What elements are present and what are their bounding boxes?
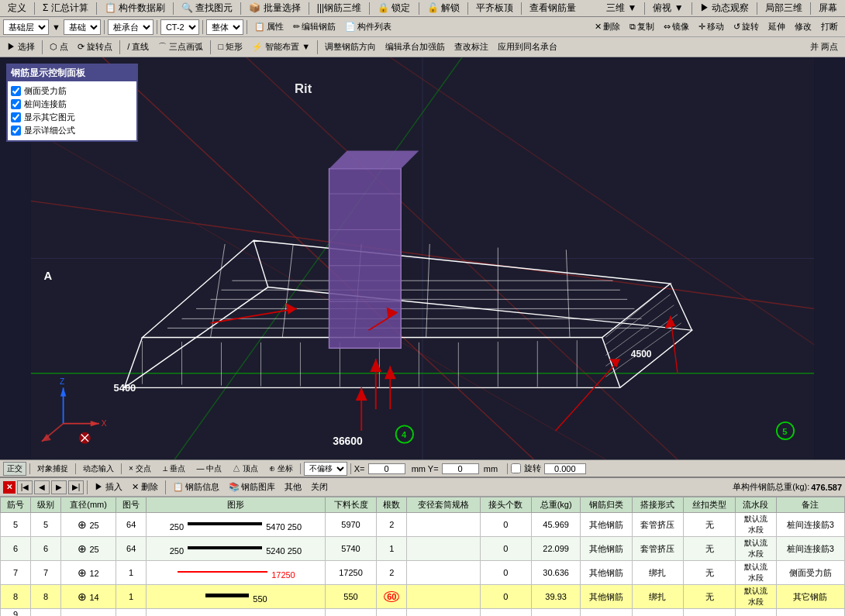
offset-select[interactable]: 不偏移: [304, 462, 347, 476]
rect-btn[interactable]: □ 矩形: [214, 39, 247, 56]
cell-flow: 默认流 水段: [735, 561, 776, 585]
col-header-category: 钢筋归类: [581, 497, 633, 513]
steel-info-btn[interactable]: 📋 钢筋信息: [169, 480, 223, 495]
next-btn[interactable]: ▶: [51, 480, 67, 494]
range-select[interactable]: 整体: [206, 19, 243, 35]
menu-define[interactable]: 定义: [3, 1, 31, 15]
svg-text:4: 4: [402, 430, 407, 439]
cell-diameter: ⊕ 14: [60, 585, 116, 609]
line-btn[interactable]: / 直线: [123, 39, 153, 56]
total-weight-label: 单构件钢筋总重(kg):: [733, 481, 809, 493]
col-header-shape: 图形: [147, 497, 326, 513]
col-header-flow: 流水段: [735, 497, 776, 513]
mirror-btn[interactable]: ⇔ 镜像: [660, 19, 693, 36]
dynamic-input-btn[interactable]: 动态输入: [79, 462, 118, 476]
delete-btn[interactable]: ✕ 删除: [591, 19, 624, 36]
extend-btn[interactable]: 延伸: [764, 19, 789, 36]
edit-cap-btn[interactable]: 编辑承台加强筋: [381, 39, 449, 56]
menu-find[interactable]: 🔍 查找图元: [177, 1, 237, 15]
perp-btn[interactable]: ⊥ 垂点: [158, 462, 190, 476]
cell-flow: [735, 609, 776, 617]
pile-rebar-checkbox[interactable]: [11, 99, 21, 109]
side-rebar-checkbox[interactable]: [11, 86, 21, 96]
cell-id: 8: [1, 585, 31, 609]
cell-count: [377, 609, 407, 617]
smart-layout-btn[interactable]: ⚡ 智能布置 ▼: [248, 39, 314, 56]
menu-local-3d[interactable]: 局部三维: [760, 1, 807, 15]
edit-icon: ✏: [293, 22, 300, 32]
svg-text:X: X: [102, 419, 107, 428]
apply-same-btn[interactable]: 应用到同名承台: [494, 39, 561, 56]
component-list-btn[interactable]: 📄 构件列表: [341, 19, 395, 36]
table-row[interactable]: 77⊕ 121 17250172502030.636其他钢筋绑扎无默认流 水段侧…: [1, 561, 845, 585]
property-icon: 📋: [254, 22, 265, 32]
menu-batch[interactable]: 📦 批量选择: [244, 1, 305, 15]
copy-btn[interactable]: ⧉ 复制: [626, 19, 658, 36]
menu-steel-3d[interactable]: |||钢筋三维: [312, 1, 366, 15]
cell-shape: 250 5240 250: [147, 537, 326, 561]
break-btn[interactable]: 打断: [817, 19, 842, 36]
delete-row-btn[interactable]: ✕ 删除: [128, 480, 162, 495]
point-btn[interactable]: ⬡ 点: [46, 39, 72, 56]
cell-length: [325, 609, 377, 617]
table-row[interactable]: 66⊕ 2564250 5240 25057401022.099其他钢筋套管挤压…: [1, 537, 845, 561]
adjust-dir-btn[interactable]: 调整钢筋方向: [321, 39, 380, 56]
table-row[interactable]: 55⊕ 2564250 5470 25059702045.969其他钢筋套管挤压…: [1, 513, 845, 537]
two-point-btn[interactable]: 并 两点: [806, 39, 842, 56]
menu-lock[interactable]: 🔒 锁定: [373, 1, 415, 15]
layer-select[interactable]: 基础层: [3, 19, 49, 35]
cell-category: 其他钢筋: [581, 561, 633, 585]
menu-view-steel[interactable]: 查看钢筋量: [525, 1, 581, 15]
cell-lap: 绑扎: [632, 585, 684, 609]
arc-btn[interactable]: ⌒ 三点画弧: [154, 39, 207, 56]
mid-btn[interactable]: — 中点: [192, 462, 226, 476]
close-panel-btn[interactable]: ✕: [3, 481, 16, 494]
property-btn[interactable]: 📋 属性: [250, 19, 288, 36]
table-container[interactable]: 筋号 级别 直径(mm) 图号 图形 下料长度 根数 变径套筒规格 接头个数 总…: [0, 497, 845, 616]
last-btn[interactable]: ▶|: [68, 480, 84, 494]
rotate-point-btn[interactable]: ⟳ 旋转点: [74, 39, 116, 56]
cell-flow: 默认流 水段: [735, 585, 776, 609]
menu-data-refresh[interactable]: 📋 构件数据刷: [100, 1, 170, 15]
cell-length: 17250: [325, 561, 377, 585]
detail-formula-checkbox[interactable]: [11, 126, 21, 136]
modify-btn[interactable]: 修改: [791, 19, 816, 36]
snap-btn[interactable]: 对象捕捉: [33, 462, 72, 476]
table-row[interactable]: 88⊕ 141 55055060039.93其他钢筋绑扎无默认流 水段其它钢筋: [1, 585, 845, 609]
menu-screen[interactable]: 屏幕: [814, 1, 842, 15]
rotate-btn[interactable]: ↺ 旋转: [729, 19, 763, 36]
check-mark-btn[interactable]: 查改标注: [450, 39, 492, 56]
id-select[interactable]: CT-2: [160, 19, 199, 35]
menu-top-view[interactable]: 俯视 ▼: [648, 1, 688, 15]
prev-btn[interactable]: ◀: [34, 480, 50, 494]
menu-unlock[interactable]: 🔓 解锁: [422, 1, 464, 15]
close-btn[interactable]: 关闭: [307, 480, 332, 495]
cell-grade: 7: [30, 561, 60, 585]
menu-sum[interactable]: Σ 汇总计算: [38, 1, 93, 15]
other-elem-checkbox[interactable]: [11, 112, 21, 122]
menu-flatten[interactable]: 平齐板顶: [471, 1, 518, 15]
move-btn[interactable]: ✛ 移动: [695, 19, 728, 36]
intersect-btn[interactable]: × 交点: [125, 462, 155, 476]
edit-steel-btn[interactable]: ✏ 编辑钢筋: [289, 19, 340, 36]
other-btn[interactable]: 其他: [281, 480, 305, 495]
vertex-btn[interactable]: △ 顶点: [229, 462, 262, 476]
first-btn[interactable]: |◀: [17, 480, 33, 494]
menu-dynamic[interactable]: ▶ 动态观察: [695, 1, 754, 15]
rotate-checkbox[interactable]: [511, 463, 521, 473]
svg-text:4500: 4500: [631, 349, 652, 360]
orthogonal-btn[interactable]: 正交: [3, 462, 26, 476]
layer2-select[interactable]: 基础: [64, 19, 101, 35]
col-header-lap: 搭接形式: [632, 497, 684, 513]
cell-note: [776, 609, 844, 617]
steel-lib-btn[interactable]: 📚 钢筋图库: [225, 480, 279, 495]
col-header-count: 根数: [377, 497, 407, 513]
table-row[interactable]: 9: [1, 609, 845, 617]
type-select[interactable]: 桩承台: [108, 19, 153, 35]
insert-btn[interactable]: ▶ 插入: [91, 480, 126, 495]
cell-category: [581, 609, 633, 617]
cell-diameter: ⊕ 25: [60, 513, 116, 537]
coord-btn[interactable]: ⊕ 坐标: [265, 462, 297, 476]
menu-3d[interactable]: 三维 ▼: [602, 1, 641, 15]
select-btn[interactable]: ▶ 选择: [3, 39, 39, 56]
